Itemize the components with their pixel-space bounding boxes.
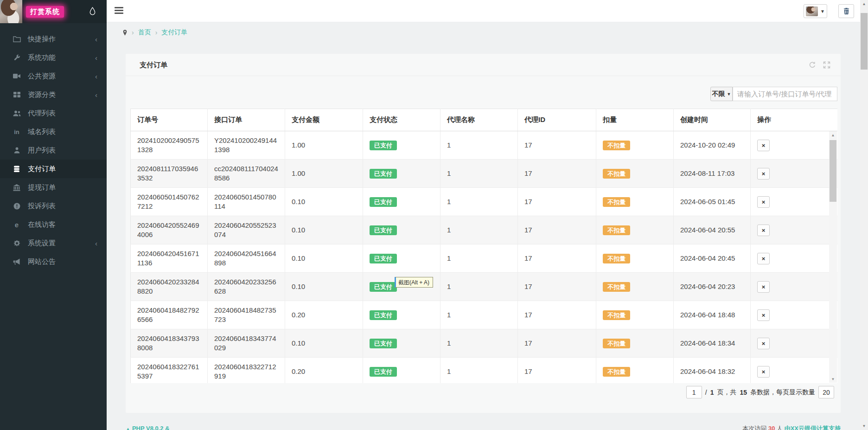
- column-header: 订单号: [131, 109, 208, 131]
- agent-id-cell: 17: [518, 131, 596, 160]
- trash-button[interactable]: [838, 4, 854, 18]
- created-at-cell: 2024-06-04 20:45: [674, 244, 751, 273]
- status-cell: 已支付: [363, 160, 440, 188]
- fullscreen-icon[interactable]: [823, 61, 830, 69]
- delete-row-button[interactable]: ×: [757, 196, 770, 208]
- delete-row-button[interactable]: ×: [757, 281, 770, 293]
- sidebar-item-6[interactable]: in域名列表‹: [0, 122, 107, 141]
- agent-id-cell: 17: [518, 244, 596, 273]
- card-title: 支付订单: [140, 61, 167, 70]
- column-header: 支付金额: [285, 109, 363, 131]
- breadcrumb-current[interactable]: 支付订单: [161, 28, 187, 37]
- amount-cell: 0.10: [285, 244, 363, 273]
- scroll-up-icon[interactable]: ▲: [829, 131, 837, 139]
- status-cell: 已支付: [363, 329, 440, 358]
- api-order-number-cell: 2024060418343774029: [208, 329, 285, 358]
- breadcrumb: › 首页 › 支付订单: [122, 28, 187, 37]
- table-scrollbar-thumb[interactable]: [830, 140, 836, 202]
- status-cell: 已支付: [363, 358, 440, 384]
- sidebar-item-1[interactable]: 快捷操作‹: [0, 30, 107, 48]
- brand-title: 打赏系统: [26, 6, 64, 18]
- sidebar-item-11[interactable]: e在线访客‹: [0, 215, 107, 234]
- agent-id-cell: 17: [518, 358, 596, 384]
- droplet-icon: [89, 6, 96, 16]
- amount-cell: 1.00: [285, 160, 363, 188]
- order-number-cell: 20240811170359463532: [131, 160, 208, 188]
- action-cell: ×: [751, 301, 838, 329]
- deduct-badge: 不扣量: [603, 310, 630, 320]
- sidebar-item-label: 支付订单: [28, 165, 56, 173]
- delete-row-button[interactable]: ×: [757, 225, 770, 236]
- delete-row-button[interactable]: ×: [757, 140, 770, 151]
- pagination-separator: /: [705, 389, 707, 396]
- scroll-down-icon[interactable]: ▼: [860, 422, 868, 430]
- user-menu-button[interactable]: ▼: [804, 4, 827, 18]
- delete-row-button[interactable]: ×: [757, 309, 770, 321]
- sidebar-item-13[interactable]: 网站公告‹: [0, 252, 107, 271]
- chevron-down-icon: ▼: [820, 9, 825, 14]
- chevron-left-icon: ‹: [95, 91, 97, 99]
- sidebar: 打赏系统 快捷操作‹系统功能‹公共资源‹资源分类‹代理列表‹in域名列表‹用户列…: [0, 0, 107, 430]
- page-scrollbar[interactable]: ▲ ▼: [860, 0, 868, 430]
- logo-row[interactable]: 打赏系统: [0, 0, 107, 23]
- deduct-badge: 不扣量: [603, 367, 630, 377]
- top-navbar: ▼: [107, 0, 868, 22]
- search-input[interactable]: [733, 87, 837, 101]
- created-at-cell: 2024-10-20 02:49: [674, 131, 751, 160]
- created-at-cell: 2024-06-04 20:55: [674, 216, 751, 244]
- filter-dropdown-button[interactable]: 不限▼: [710, 87, 733, 101]
- sidebar-item-12[interactable]: 系统设置‹: [0, 234, 107, 252]
- table-body: 20241020024905751328Y2024102002491441398…: [131, 131, 838, 384]
- footer-link[interactable]: 由XX云提供计算支持: [785, 425, 841, 430]
- order-number-cell: 20240604205524694006: [131, 216, 208, 244]
- pagination-total-pages: 1: [710, 389, 714, 396]
- api-order-number-cell: 2024060501450780114: [208, 188, 285, 216]
- delete-row-button[interactable]: ×: [757, 253, 770, 264]
- megaphone-icon: [13, 258, 21, 265]
- orders-table: 订单号接口订单支付金额支付状态代理名称代理ID扣量创建时间操作 20241020…: [130, 109, 837, 383]
- sidebar-item-2[interactable]: 系统功能‹: [0, 48, 107, 67]
- created-at-cell: 2024-06-04 18:34: [674, 329, 751, 358]
- wrench-icon: [13, 54, 21, 61]
- status-badge: 已支付: [370, 254, 397, 263]
- table-scrollbar[interactable]: ▲ ▼: [829, 131, 837, 383]
- api-order-number-cell: 2024060420451664898: [208, 244, 285, 273]
- status-cell: 已支付: [363, 244, 440, 273]
- per-page-input[interactable]: [818, 386, 834, 398]
- sidebar-item-8[interactable]: 支付订单‹: [0, 160, 107, 178]
- deduct-cell: 不扣量: [596, 301, 674, 329]
- deduct-cell: 不扣量: [596, 188, 674, 216]
- deduct-cell: 不扣量: [596, 329, 674, 358]
- scroll-up-icon[interactable]: ▲: [860, 0, 868, 8]
- delete-row-button[interactable]: ×: [757, 168, 770, 180]
- sidebar-item-10[interactable]: 投诉列表‹: [0, 197, 107, 215]
- sidebar-toggle-icon[interactable]: [115, 7, 123, 15]
- page-scrollbar-thumb[interactable]: [861, 13, 868, 70]
- column-header: 支付状态: [363, 109, 440, 131]
- refresh-icon[interactable]: [809, 61, 816, 69]
- delete-row-button[interactable]: ×: [757, 366, 770, 378]
- agent-id-cell: 17: [518, 273, 596, 301]
- agent-name-cell: 1: [440, 131, 518, 160]
- footer-left: ▲PHP V8.0.2 &: [126, 425, 170, 430]
- status-badge: 已支付: [370, 367, 397, 377]
- card-header: 支付订单: [126, 54, 841, 76]
- sidebar-item-9[interactable]: 提现订单‹: [0, 178, 107, 197]
- sidebar-item-5[interactable]: 代理列表‹: [0, 104, 107, 122]
- caret-up-icon: ▲: [126, 426, 130, 430]
- scroll-down-icon[interactable]: ▼: [829, 375, 837, 383]
- order-number-cell: 20240604202332848820: [131, 273, 208, 301]
- delete-row-button[interactable]: ×: [757, 338, 770, 349]
- breadcrumb-home-link[interactable]: 首页: [138, 28, 151, 37]
- sidebar-item-label: 资源分类: [28, 90, 56, 99]
- agent-name-cell: 1: [440, 244, 518, 273]
- page-number-input[interactable]: [686, 386, 702, 398]
- sidebar-item-4[interactable]: 资源分类‹: [0, 85, 107, 104]
- breadcrumb-separator: ›: [132, 29, 134, 36]
- users-icon: [13, 109, 21, 117]
- agent-name-cell: 1: [440, 329, 518, 358]
- table-row: 2024060420552469400620240604205525230740…: [131, 216, 838, 244]
- sidebar-item-3[interactable]: 公共资源‹: [0, 67, 107, 85]
- sidebar-item-7[interactable]: 用户列表‹: [0, 141, 107, 160]
- gear-icon: [13, 239, 21, 247]
